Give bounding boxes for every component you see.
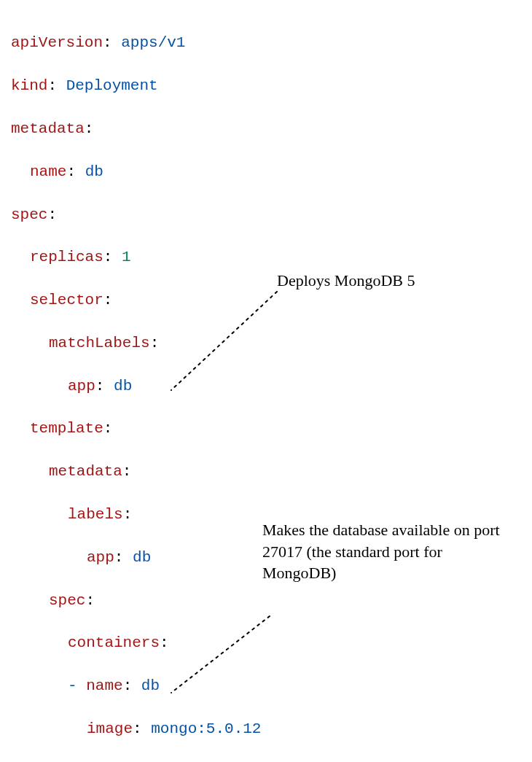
code-line: replicas: 1 <box>11 246 521 268</box>
yaml-key: replicas <box>30 249 103 265</box>
yaml-key: template <box>30 420 103 437</box>
yaml-key: app <box>87 549 114 566</box>
yaml-key: kind <box>11 77 47 94</box>
annotation-port-27017: Makes the database available on port 270… <box>262 519 510 584</box>
code-line: name: db <box>11 161 521 182</box>
code-line: selector: <box>11 289 521 311</box>
yaml-value: mongo:5.0.12 <box>151 720 261 737</box>
yaml-key: name <box>86 677 122 694</box>
yaml-value: db <box>85 163 103 180</box>
yaml-key: metadata <box>11 120 85 137</box>
yaml-value: Deployment <box>66 77 158 94</box>
yaml-key: labels <box>68 506 123 523</box>
annotation-deploy-mongodb: Deploys MongoDB 5 <box>277 270 415 292</box>
yaml-value: 1 <box>122 249 131 265</box>
yaml-key: image <box>87 720 133 737</box>
yaml-key: name <box>30 163 66 180</box>
yaml-value: apps/v1 <box>121 34 185 51</box>
code-line: metadata: <box>11 118 521 139</box>
yaml-key: app <box>68 378 95 394</box>
code-line: template: <box>11 418 521 439</box>
yaml-key: selector <box>30 292 103 308</box>
code-line: apiVersion: apps/v1 <box>11 32 521 53</box>
yaml-key: spec <box>49 592 85 609</box>
yaml-key: containers <box>68 634 160 651</box>
yaml-code-block: apiVersion: apps/v1 kind: Deployment met… <box>11 11 521 762</box>
code-line: spec: <box>11 204 521 225</box>
yaml-key: spec <box>11 206 47 223</box>
yaml-key: metadata <box>49 463 122 480</box>
yaml-key: matchLabels <box>49 335 150 351</box>
yaml-value: db <box>141 677 160 694</box>
code-line: matchLabels: <box>11 333 521 354</box>
yaml-key: apiVersion <box>11 34 103 51</box>
code-line: - name: db <box>11 675 521 696</box>
code-line: kind: Deployment <box>11 75 521 96</box>
code-line: app: db <box>11 376 521 397</box>
code-line: containers: <box>11 632 521 653</box>
code-line: spec: <box>11 590 521 611</box>
code-line: metadata: <box>11 461 521 482</box>
yaml-value: db <box>133 549 151 566</box>
code-line: image: mongo:5.0.12 <box>11 718 521 739</box>
yaml-dash: - <box>68 677 77 694</box>
yaml-value: db <box>114 378 132 394</box>
